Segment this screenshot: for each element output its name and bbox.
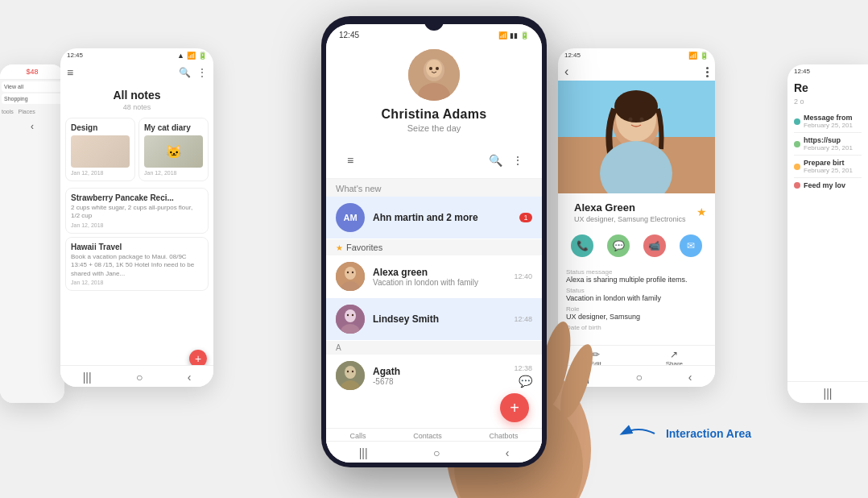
search-icon[interactable]: 🔍 [484, 149, 506, 172]
interaction-area-container: Interaction Area [614, 421, 751, 446]
message-content-alexa: Alexa green Vacation in london with fami… [373, 267, 514, 287]
avatar-group: AM [336, 203, 365, 232]
note-strawberry[interactable]: Strawberry Pancake Reci... 2 cups white … [65, 188, 209, 234]
message-content-lindsey: Lindsey Smith [373, 313, 514, 325]
left-bottom-nav: ||| ○ ‹ [60, 365, 213, 387]
message-name-martin: Ahn martin and 2 more [373, 212, 519, 223]
message-name-agatha: Agath [373, 366, 514, 377]
tab-chatbots[interactable]: Chatbots [490, 432, 519, 440]
message-meta-lindsey: 12:48 [514, 315, 532, 323]
section-a: A [326, 341, 542, 355]
left-status-bar: 12:45 ▲ 📶 🔋 [60, 48, 213, 63]
message-time-agatha: 12:38 [514, 364, 532, 372]
far-right-time: 12:45 [794, 68, 810, 75]
message-meta-agatha: 12:38 💬 [514, 364, 532, 388]
left-status-icons: ▲ 📶 🔋 [177, 52, 207, 60]
far-right-subtitle: 2 o [787, 98, 868, 109]
contact-status: Seize the day [407, 123, 461, 133]
left-time: 12:45 [67, 52, 83, 60]
message-time-alexa: 12:40 [514, 272, 532, 280]
left-search-icon[interactable]: 🔍 [179, 67, 191, 78]
far-right-item-3[interactable]: Prepare birt February 25, 201 [794, 156, 862, 178]
svg-point-14 [347, 314, 349, 316]
message-preview-agatha: -5678 [373, 377, 514, 386]
unread-badge-martin: 1 [519, 213, 532, 222]
far-left-content: $48 [26, 68, 38, 76]
message-content-martin: Ahn martin and 2 more [373, 212, 519, 223]
message-item-lindsey[interactable]: Lindsey Smith 12:48 [326, 298, 542, 340]
far-right-item-4[interactable]: Feed my lov [794, 178, 862, 193]
right-back-icon[interactable]: ‹ [564, 64, 568, 79]
message-item-alexa[interactable]: Alexa green Vacation in london with fami… [326, 255, 542, 297]
interaction-label: Interaction Area [666, 427, 751, 440]
far-right-bottom-nav: ||| [787, 381, 868, 403]
phone-left: 12:45 ▲ 📶 🔋 ≡ 🔍 ⋮ All notes 48 notes Des… [60, 48, 213, 387]
avatar-lindsey [336, 305, 365, 334]
right-status-icons: 📶 🔋 [688, 52, 709, 60]
message-time-lindsey: 12:48 [514, 315, 532, 323]
phone-far-left: $48 View all Shopping tools Places ‹ [0, 64, 64, 403]
svg-point-34 [614, 90, 658, 122]
center-status-icons: 📶 ▮▮ 🔋 [498, 31, 529, 39]
message-item-agatha[interactable]: Agath -5678 12:38 💬 [326, 355, 542, 396]
right-more-icon[interactable] [706, 67, 709, 77]
message-meta-alexa: 12:40 [514, 272, 532, 280]
svg-point-7 [345, 267, 356, 280]
message-item-martin[interactable]: AM Ahn martin and 2 more 1 [326, 197, 542, 239]
svg-point-17 [345, 366, 356, 379]
center-phone: 12:45 📶 ▮▮ 🔋 Christina Adams [321, 16, 547, 467]
right-contact-name: Alexa Green [566, 197, 694, 215]
avatar-agatha [336, 361, 365, 390]
svg-point-5 [436, 67, 439, 70]
note-hawaii[interactable]: Hawaii Travel Book a vacation package to… [65, 237, 209, 291]
svg-point-4 [429, 67, 432, 70]
svg-point-10 [352, 272, 353, 273]
left-subtitle: 48 notes [60, 103, 213, 111]
svg-point-36 [640, 118, 644, 122]
video-btn[interactable]: 📹 [643, 234, 666, 257]
svg-point-35 [629, 118, 633, 122]
contact-avatar [408, 49, 460, 101]
far-right-title: Re [787, 78, 868, 98]
favorites-section: ★ Favorites [326, 239, 542, 255]
action-bar: ≡ 🔍 ⋮ [326, 143, 542, 179]
right-status-bar: 12:45 📶 🔋 [558, 48, 715, 63]
phone-far-right: 12:45 Re 2 o Message from February 25, 2… [787, 64, 868, 403]
tab-contacts[interactable]: Contacts [413, 432, 442, 440]
center-bottom-nav: ||| ○ ‹ [326, 441, 542, 463]
favorites-label: Favorites [346, 243, 382, 252]
svg-point-20 [352, 371, 353, 372]
more-options-icon[interactable]: ⋮ [506, 149, 529, 172]
right-contact-photo [558, 81, 715, 193]
center-screen: 12:45 📶 ▮▮ 🔋 Christina Adams [326, 24, 542, 463]
tab-calls[interactable]: Calls [349, 432, 366, 440]
contact-name: Christina Adams [381, 107, 486, 122]
message-preview-alexa: Vacation in london with family [373, 278, 514, 287]
left-more-icon[interactable]: ⋮ [197, 67, 207, 78]
message-name-alexa: Alexa green [373, 267, 514, 278]
svg-point-19 [347, 371, 349, 372]
message-content-agatha: Agath -5678 [373, 366, 514, 386]
interaction-arrow-svg [614, 421, 663, 446]
far-right-item-2[interactable]: https://sup February 25, 201 [794, 133, 862, 156]
left-title: All notes [60, 89, 213, 102]
note-design[interactable]: Design Jan 12, 2018 [65, 118, 135, 181]
hamburger-icon[interactable]: ≡ [339, 149, 362, 172]
fab-compose[interactable]: + [500, 393, 529, 422]
contact-header: Christina Adams Seize the day [326, 43, 542, 143]
right-time: 12:45 [564, 52, 581, 60]
center-time: 12:45 [339, 31, 359, 39]
svg-point-15 [352, 314, 353, 316]
email-btn[interactable]: ✉ [680, 234, 702, 257]
left-hamburger[interactable]: ≡ [67, 66, 73, 79]
whats-new-label: What's new [326, 179, 542, 197]
message-meta-martin: 1 [519, 213, 532, 222]
message-name-lindsey: Lindsey Smith [373, 313, 514, 325]
far-right-item-1[interactable]: Message from February 25, 201 [794, 110, 862, 133]
far-right-status: 12:45 [787, 64, 868, 78]
svg-point-9 [347, 272, 349, 273]
note-cat-diary[interactable]: My cat diary 🐱 Jan 12, 2018 [138, 118, 209, 181]
svg-point-12 [345, 309, 356, 322]
avatar-alexa [336, 262, 365, 291]
svg-point-3 [426, 60, 442, 77]
